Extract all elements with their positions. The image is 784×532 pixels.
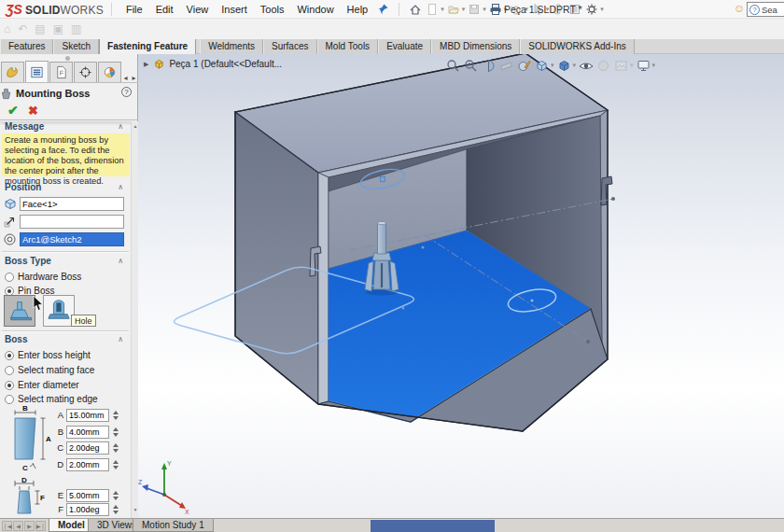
spinner-b[interactable]: [111, 426, 120, 439]
last-tab-button[interactable]: ▶❘: [35, 521, 46, 531]
face-selection-input[interactable]: [20, 197, 124, 211]
spinner-e[interactable]: [111, 489, 120, 502]
feedback-smiley-icon[interactable]: ☺: [734, 2, 745, 15]
select-mating-edge-option[interactable]: Select mating edge: [5, 393, 98, 405]
search-box[interactable]: ? Sea: [747, 2, 784, 17]
tab-surfaces[interactable]: Surfaces: [263, 39, 316, 54]
param-input-e[interactable]: [66, 489, 109, 502]
select-mating-face-option[interactable]: Select mating face: [5, 364, 94, 376]
param-input-d[interactable]: [66, 458, 109, 471]
zoom-area-icon[interactable]: [462, 57, 480, 74]
enter-boss-height-option[interactable]: Enter boss height: [5, 349, 91, 361]
menu-window[interactable]: Window: [290, 0, 340, 19]
spinner-f[interactable]: [111, 503, 120, 516]
sketch-point[interactable]: [422, 246, 425, 249]
panel-grip[interactable]: [65, 56, 70, 61]
hide-show-items-icon[interactable]: [577, 57, 595, 74]
edit-appearance-icon[interactable]: [515, 57, 533, 74]
cancel-button[interactable]: ✖: [28, 104, 38, 118]
print-icon[interactable]: [488, 2, 503, 16]
centerline-endpoint[interactable]: [586, 340, 590, 343]
tab-motion-study-1[interactable]: Motion Study 1: [133, 519, 214, 532]
tab-fastening-feature[interactable]: Fastening Feature: [99, 39, 196, 54]
menu-view[interactable]: View: [180, 0, 216, 19]
tabs-scroll-left-icon[interactable]: ◂: [121, 74, 130, 82]
view-orientation-icon[interactable]: [533, 57, 551, 74]
first-tab-button[interactable]: ❘◀: [2, 521, 12, 531]
enter-diameter-option[interactable]: Enter diameter: [5, 379, 79, 391]
view-settings-dropdown[interactable]: [652, 62, 656, 69]
options-dropdown[interactable]: [600, 6, 604, 13]
left-rim[interactable]: [318, 173, 329, 404]
sketch-point[interactable]: [402, 307, 405, 310]
enclosure-body[interactable]: [235, 54, 612, 431]
spinner-c[interactable]: [111, 441, 120, 455]
radio-unchecked[interactable]: [5, 395, 14, 404]
centerline-endpoint[interactable]: [611, 197, 615, 201]
radio-checked[interactable]: [5, 381, 14, 390]
menu-edit[interactable]: Edit: [149, 0, 180, 19]
hardware-boss-option[interactable]: Hardware Boss: [5, 271, 81, 283]
point-selection-input[interactable]: [20, 232, 124, 246]
radio-unchecked[interactable]: [5, 366, 14, 375]
boss-section-header[interactable]: Boss: [0, 334, 131, 346]
tab-mold-tools[interactable]: Mold Tools: [317, 39, 379, 54]
menu-file[interactable]: File: [119, 0, 149, 19]
property-manager-tab[interactable]: [25, 61, 49, 82]
param-input-b[interactable]: [66, 426, 109, 439]
pin-boss-type-button[interactable]: [4, 295, 35, 327]
position-section-header[interactable]: Position: [0, 182, 131, 194]
home-icon[interactable]: [408, 2, 423, 16]
apply-scene-dropdown[interactable]: [630, 62, 634, 69]
appearances-icon[interactable]: [595, 57, 612, 74]
menu-tools[interactable]: Tools: [254, 0, 291, 19]
search-input[interactable]: Sea: [762, 5, 777, 15]
tab-mbd-dimensions[interactable]: MBD Dimensions: [431, 39, 520, 54]
view-settings-icon[interactable]: [635, 57, 652, 74]
panel-scrollbar[interactable]: ▲ ▼: [131, 121, 138, 518]
configuration-manager-tab[interactable]: [49, 62, 73, 82]
message-section-header[interactable]: Message: [0, 121, 131, 133]
spinner-a[interactable]: [111, 409, 120, 422]
display-style-dropdown[interactable]: [573, 62, 577, 69]
apply-scene-icon[interactable]: [612, 57, 630, 74]
section-view-icon[interactable]: [480, 57, 497, 74]
help-icon[interactable]: ?: [121, 87, 132, 97]
display-manager-tab[interactable]: [98, 62, 121, 82]
param-input-f[interactable]: [66, 503, 109, 516]
view-orientation-dropdown[interactable]: [551, 62, 554, 69]
ok-button[interactable]: ✔: [7, 103, 19, 118]
boss-type-section-header[interactable]: Boss Type: [0, 256, 131, 268]
open-dropdown[interactable]: [462, 6, 466, 13]
tab-features[interactable]: Features: [0, 39, 53, 54]
model-view[interactable]: Y X Z: [138, 54, 784, 518]
save-dropdown[interactable]: [483, 6, 486, 13]
next-tab-button[interactable]: ▶: [24, 521, 35, 531]
save-icon[interactable]: [467, 2, 482, 16]
radio-unchecked[interactable]: [5, 273, 14, 282]
param-input-c[interactable]: [66, 441, 109, 455]
expand-tree-icon[interactable]: ▶: [144, 61, 148, 68]
tab-sketch[interactable]: Sketch: [53, 39, 99, 54]
menu-insert[interactable]: Insert: [215, 0, 254, 19]
prev-tab-button[interactable]: ◀: [13, 521, 23, 531]
tab-solidworks-addins[interactable]: SOLIDWORKS Add-Ins: [520, 39, 634, 54]
zoom-fit-icon[interactable]: [444, 57, 462, 74]
tab-weldments[interactable]: Weldments: [200, 39, 263, 54]
tab-evaluate[interactable]: Evaluate: [378, 39, 431, 54]
breadcrumb-part-name[interactable]: Peça 1 (Default<<Default...: [169, 59, 282, 69]
tabs-scroll-right-icon[interactable]: ▸: [130, 74, 138, 82]
menu-help[interactable]: Help: [341, 0, 375, 19]
options-gear-icon[interactable]: [584, 2, 599, 16]
param-input-a[interactable]: [66, 409, 109, 422]
pin-menu-icon[interactable]: [375, 2, 390, 16]
new-dropdown[interactable]: [441, 6, 444, 13]
open-icon[interactable]: [446, 2, 461, 16]
feature-manager-tab[interactable]: [1, 62, 24, 82]
breadcrumb[interactable]: ▶ Peça 1 (Default<<Default...: [144, 58, 282, 70]
direction-selection-input[interactable]: [20, 215, 124, 229]
radio-checked[interactable]: [5, 287, 14, 296]
measure-icon[interactable]: [497, 57, 515, 74]
hole-boss-type-button[interactable]: [43, 295, 75, 327]
radio-checked[interactable]: [5, 351, 14, 360]
